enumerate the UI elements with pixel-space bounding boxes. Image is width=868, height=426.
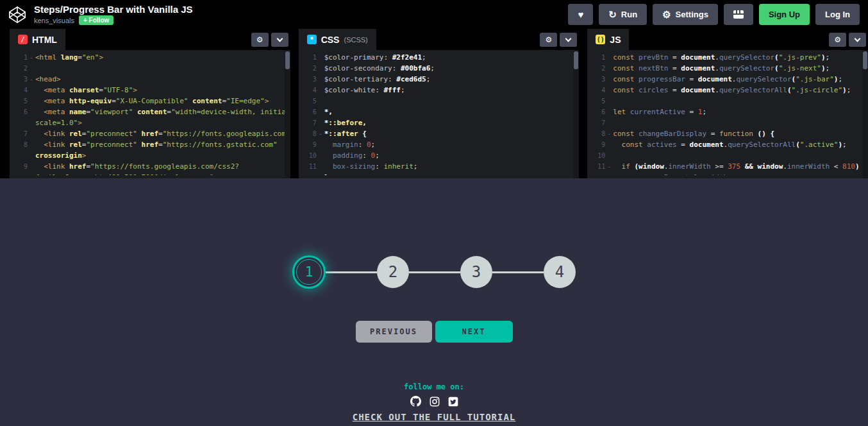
step-circle-3: 3 [460,256,492,288]
fold-marker [317,96,324,106]
scrollbar-thumb[interactable] [285,51,290,69]
line-number: 8 [587,128,605,139]
editors: /HTML⚙1-<html lang="en">23-<head>4 <meta… [0,29,868,178]
scrollbar[interactable] [862,50,868,178]
panel-collapse-button[interactable] [271,33,288,47]
line-number: 5 [10,96,28,106]
code-line: 5 [587,96,868,106]
preview-pane: 1234 PREVIOUS NEXT follow me on: CHECK O… [0,178,868,426]
panel-settings-button[interactable]: ⚙ [251,33,269,47]
line-number: 2 [299,63,317,74]
fold-marker [28,172,35,175]
code-line: 5 [299,96,580,106]
tab-js[interactable]: ()JS [587,29,629,50]
code-editor-css[interactable]: 1$color-primary: #2f2e41;2$color-seconda… [299,50,580,178]
panel-actions: ⚙ [251,29,290,50]
login-button[interactable]: Log In [815,4,860,25]
fold-marker: - [605,161,613,172]
step-number: 1 [305,264,313,280]
next-button[interactable]: NEXT [435,321,513,343]
code-line: 8 <link rel="preconnect" href="https://f… [10,139,290,150]
code-text: } [324,172,580,175]
tutorial-link[interactable]: CHECK OUT THE FULL TUTORIAL [353,412,516,422]
panel-settings-button[interactable]: ⚙ [540,33,557,47]
code-text: const circles = document.querySelectorAl… [613,85,868,96]
line-number: 3 [587,74,605,85]
code-line: 9 <link href="https://fonts.googleapis.c… [10,161,290,172]
code-text [613,96,868,106]
code-line: 4const circles = document.querySelectorA… [587,85,868,96]
like-button[interactable]: ♥ [568,4,593,25]
step-connector [492,271,544,273]
codepen-logo-icon[interactable] [8,5,27,24]
panel-bar-css: *CSS(SCSS)⚙ [299,29,580,50]
fold-marker [317,117,324,128]
fold-marker [28,117,35,128]
code-editor-js[interactable]: 1const prevBtn = document.querySelector(… [587,50,868,178]
code-text: progressBar.style.width = [613,172,868,175]
line-number: 1 [299,52,317,63]
step-circle-2: 2 [377,256,409,288]
signup-button[interactable]: Sign Up [759,4,810,25]
code-line: crossorigin> [10,150,290,161]
code-line: 3const progressBar = document.querySelec… [587,74,868,85]
code-line: 11 box-sizing: inherit; [299,161,580,172]
step-circle-1: 1 [292,255,326,289]
line-number: 8 [299,128,317,139]
scrollbar[interactable] [285,50,290,178]
code-line: 7 [587,117,868,128]
code-text: padding: 0; [324,150,580,161]
fold-marker [317,85,324,96]
code-text: const progressBar = document.querySelect… [613,74,868,85]
line-number [10,150,28,161]
code-text: *::after { [324,128,580,139]
pen-title: Steps/Progress Bar with Vanilla JS [34,4,193,15]
chevron-down-icon [276,35,283,42]
follow-button[interactable]: + Follow [79,15,113,25]
fold-marker [317,106,324,117]
fold-marker [28,139,35,150]
fold-marker [28,128,35,139]
settings-button[interactable]: ⚙Settings [653,4,718,25]
code-text: box-sizing: inherit; [324,161,580,172]
code-line: 10 padding: 0; [299,150,580,161]
code-text: const prevBtn = document.querySelector("… [613,52,868,63]
social-twitter-icon[interactable] [448,396,458,407]
code-text: <meta charset="UTF-8"> [35,85,290,96]
panel-settings-button[interactable]: ⚙ [829,33,846,47]
layout-button[interactable] [724,4,753,25]
code-editor-html[interactable]: 1-<html lang="en">23-<head>4 <meta chars… [10,50,290,178]
fold-marker [317,150,324,161]
scrollbar[interactable] [573,50,579,178]
tab-html[interactable]: /HTML [10,29,65,50]
pen-author[interactable]: kens_visuals [34,17,74,24]
social-github-icon[interactable] [410,396,421,407]
refresh-icon: ↻ [608,10,617,19]
fold-marker: - [28,74,35,85]
previous-button[interactable]: PREVIOUS [356,321,432,343]
scrollbar-thumb[interactable] [574,51,578,69]
code-text [324,96,580,106]
html-badge-icon: / [18,35,28,44]
fold-marker [605,172,613,175]
scrollbar-thumb[interactable] [863,51,867,69]
code-line: 4$color-white: #fff; [299,85,580,96]
code-text: <link href="https://fonts.googleapis.com… [35,161,290,172]
fold-marker [317,139,324,150]
line-number [299,172,317,175]
panel-bar-html: /HTML⚙ [10,29,290,50]
tab-css[interactable]: *CSS(SCSS) [299,29,376,50]
code-text: let currentActive = 1; [613,106,868,117]
social-instagram-icon[interactable] [430,396,440,407]
button-label: Log In [825,10,850,19]
fold-marker: - [605,128,613,139]
code-text: const nextBtn = document.querySelector("… [613,63,868,74]
line-number: 8 [10,139,28,150]
line-number: 5 [299,96,317,106]
run-button[interactable]: ↻Run [599,4,647,25]
panel-collapse-button[interactable] [560,33,577,47]
panel-collapse-button[interactable] [849,33,866,47]
code-line: 1const prevBtn = document.querySelector(… [587,52,868,63]
fold-marker [28,150,35,161]
code-line: 3-<head> [10,74,290,85]
